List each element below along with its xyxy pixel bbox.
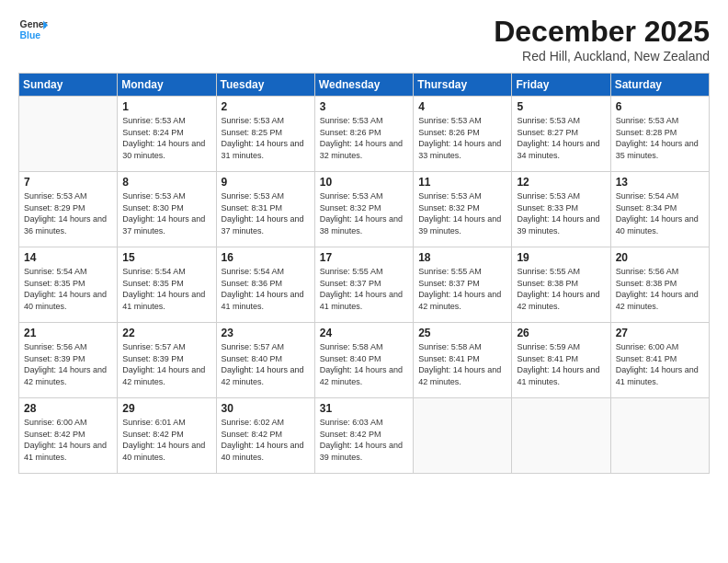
table-row [512, 398, 610, 474]
day-number: 22 [122, 327, 210, 339]
day-info: Sunrise: 5:55 AM Sunset: 8:37 PM Dayligh… [418, 266, 506, 312]
col-tuesday: Tuesday [216, 74, 314, 97]
day-number: 18 [418, 251, 506, 264]
day-number: 6 [616, 100, 704, 113]
table-row: 22Sunrise: 5:57 AM Sunset: 8:39 PM Dayli… [118, 323, 216, 398]
day-number: 11 [418, 176, 506, 189]
calendar-table: Sunday Monday Tuesday Wednesday Thursday… [18, 73, 710, 474]
table-row: 24Sunrise: 5:58 AM Sunset: 8:40 PM Dayli… [314, 323, 413, 398]
table-row: 6Sunrise: 5:53 AM Sunset: 8:28 PM Daylig… [610, 97, 709, 172]
table-row: 16Sunrise: 5:54 AM Sunset: 8:36 PM Dayli… [216, 247, 314, 323]
day-info: Sunrise: 5:58 AM Sunset: 8:41 PM Dayligh… [418, 341, 506, 387]
calendar-week-row: 7Sunrise: 5:53 AM Sunset: 8:29 PM Daylig… [19, 172, 710, 247]
day-info: Sunrise: 5:57 AM Sunset: 8:39 PM Dayligh… [122, 341, 210, 387]
month-title: December 2025 [494, 15, 710, 49]
table-row: 17Sunrise: 5:55 AM Sunset: 8:37 PM Dayli… [314, 247, 413, 323]
day-number: 16 [222, 251, 310, 264]
table-row: 20Sunrise: 5:56 AM Sunset: 8:38 PM Dayli… [610, 247, 709, 323]
title-block: December 2025 Red Hill, Auckland, New Ze… [494, 15, 710, 63]
col-saturday: Saturday [610, 74, 709, 97]
calendar-week-row: 28Sunrise: 6:00 AM Sunset: 8:42 PM Dayli… [19, 398, 710, 474]
table-row [19, 97, 118, 172]
day-info: Sunrise: 5:57 AM Sunset: 8:40 PM Dayligh… [222, 341, 310, 387]
day-number: 7 [24, 176, 112, 189]
table-row: 18Sunrise: 5:55 AM Sunset: 8:37 PM Dayli… [414, 247, 512, 323]
table-row: 19Sunrise: 5:55 AM Sunset: 8:38 PM Dayli… [512, 247, 610, 323]
table-row: 11Sunrise: 5:53 AM Sunset: 8:32 PM Dayli… [414, 172, 512, 247]
day-number: 3 [320, 100, 408, 113]
table-row: 4Sunrise: 5:53 AM Sunset: 8:26 PM Daylig… [414, 97, 512, 172]
day-number: 4 [418, 100, 506, 113]
table-row: 15Sunrise: 5:54 AM Sunset: 8:35 PM Dayli… [118, 247, 216, 323]
table-row: 13Sunrise: 5:54 AM Sunset: 8:34 PM Dayli… [610, 172, 709, 247]
table-row: 30Sunrise: 6:02 AM Sunset: 8:42 PM Dayli… [216, 398, 314, 474]
day-info: Sunrise: 5:56 AM Sunset: 8:39 PM Dayligh… [24, 341, 112, 387]
day-number: 10 [320, 176, 408, 189]
day-info: Sunrise: 5:53 AM Sunset: 8:29 PM Dayligh… [24, 190, 112, 236]
table-row: 25Sunrise: 5:58 AM Sunset: 8:41 PM Dayli… [414, 323, 512, 398]
day-info: Sunrise: 5:53 AM Sunset: 8:31 PM Dayligh… [222, 190, 310, 236]
day-info: Sunrise: 5:58 AM Sunset: 8:40 PM Dayligh… [320, 341, 408, 387]
table-row: 29Sunrise: 6:01 AM Sunset: 8:42 PM Dayli… [118, 398, 216, 474]
table-row: 1Sunrise: 5:53 AM Sunset: 8:24 PM Daylig… [118, 97, 216, 172]
day-number: 8 [122, 176, 210, 189]
day-info: Sunrise: 6:00 AM Sunset: 8:42 PM Dayligh… [24, 417, 112, 463]
day-number: 30 [222, 402, 310, 415]
calendar-week-row: 1Sunrise: 5:53 AM Sunset: 8:24 PM Daylig… [19, 97, 710, 172]
table-row: 21Sunrise: 5:56 AM Sunset: 8:39 PM Dayli… [19, 323, 118, 398]
table-row: 8Sunrise: 5:53 AM Sunset: 8:30 PM Daylig… [118, 172, 216, 247]
day-number: 2 [222, 100, 310, 113]
day-info: Sunrise: 5:59 AM Sunset: 8:41 PM Dayligh… [517, 341, 605, 387]
day-number: 25 [418, 327, 506, 339]
day-number: 21 [24, 327, 112, 339]
day-info: Sunrise: 5:53 AM Sunset: 8:24 PM Dayligh… [122, 115, 210, 161]
day-number: 29 [122, 402, 210, 415]
table-row: 26Sunrise: 5:59 AM Sunset: 8:41 PM Dayli… [512, 323, 610, 398]
location: Red Hill, Auckland, New Zealand [494, 49, 710, 63]
day-info: Sunrise: 6:01 AM Sunset: 8:42 PM Dayligh… [122, 417, 210, 463]
table-row [610, 398, 709, 474]
day-number: 26 [517, 327, 605, 339]
table-row: 2Sunrise: 5:53 AM Sunset: 8:25 PM Daylig… [216, 97, 314, 172]
day-info: Sunrise: 5:55 AM Sunset: 8:37 PM Dayligh… [320, 266, 408, 312]
day-info: Sunrise: 5:53 AM Sunset: 8:32 PM Dayligh… [418, 190, 506, 236]
day-info: Sunrise: 5:53 AM Sunset: 8:33 PM Dayligh… [517, 190, 605, 236]
col-wednesday: Wednesday [314, 74, 413, 97]
day-number: 20 [616, 251, 704, 264]
day-info: Sunrise: 5:56 AM Sunset: 8:38 PM Dayligh… [616, 266, 704, 312]
day-number: 12 [517, 176, 605, 189]
day-info: Sunrise: 5:53 AM Sunset: 8:30 PM Dayligh… [122, 190, 210, 236]
day-number: 15 [122, 251, 210, 264]
table-row: 5Sunrise: 5:53 AM Sunset: 8:27 PM Daylig… [512, 97, 610, 172]
table-row: 23Sunrise: 5:57 AM Sunset: 8:40 PM Dayli… [216, 323, 314, 398]
day-info: Sunrise: 5:53 AM Sunset: 8:25 PM Dayligh… [222, 115, 310, 161]
col-thursday: Thursday [414, 74, 512, 97]
day-number: 19 [517, 251, 605, 264]
day-number: 31 [320, 402, 408, 415]
day-info: Sunrise: 6:00 AM Sunset: 8:41 PM Dayligh… [616, 341, 704, 387]
table-row: 14Sunrise: 5:54 AM Sunset: 8:35 PM Dayli… [19, 247, 118, 323]
table-row: 28Sunrise: 6:00 AM Sunset: 8:42 PM Dayli… [19, 398, 118, 474]
day-number: 27 [616, 327, 704, 339]
day-info: Sunrise: 5:53 AM Sunset: 8:26 PM Dayligh… [418, 115, 506, 161]
day-info: Sunrise: 5:53 AM Sunset: 8:28 PM Dayligh… [616, 115, 704, 161]
day-number: 13 [616, 176, 704, 189]
calendar-header-row: Sunday Monday Tuesday Wednesday Thursday… [19, 74, 710, 97]
day-number: 28 [24, 402, 112, 415]
table-row: 3Sunrise: 5:53 AM Sunset: 8:26 PM Daylig… [314, 97, 413, 172]
header: General Blue December 2025 Red Hill, Auc… [18, 15, 710, 63]
day-number: 5 [517, 100, 605, 113]
col-sunday: Sunday [19, 74, 118, 97]
logo: General Blue [18, 15, 48, 44]
page-container: General Blue December 2025 Red Hill, Auc… [0, 0, 728, 483]
day-info: Sunrise: 5:54 AM Sunset: 8:36 PM Dayligh… [222, 266, 310, 312]
day-info: Sunrise: 6:02 AM Sunset: 8:42 PM Dayligh… [222, 417, 310, 463]
calendar-week-row: 14Sunrise: 5:54 AM Sunset: 8:35 PM Dayli… [19, 247, 710, 323]
day-info: Sunrise: 5:53 AM Sunset: 8:26 PM Dayligh… [320, 115, 408, 161]
day-info: Sunrise: 5:54 AM Sunset: 8:35 PM Dayligh… [122, 266, 210, 312]
day-info: Sunrise: 5:54 AM Sunset: 8:34 PM Dayligh… [616, 190, 704, 236]
calendar-week-row: 21Sunrise: 5:56 AM Sunset: 8:39 PM Dayli… [19, 323, 710, 398]
day-number: 14 [24, 251, 112, 264]
table-row [414, 398, 512, 474]
day-info: Sunrise: 5:53 AM Sunset: 8:27 PM Dayligh… [517, 115, 605, 161]
